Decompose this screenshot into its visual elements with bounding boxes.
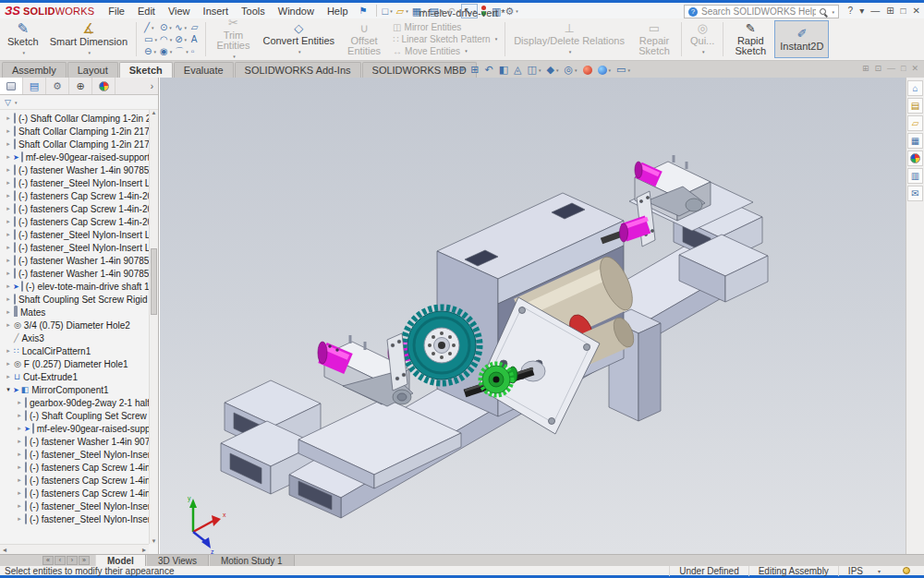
tree-item[interactable]: ▸(-) fastener Washer 1-4in 90785A029<1 (2, 163, 149, 176)
tree-item[interactable]: ▸(-) fasteners Cap Screw 1-4in-20 Thread (2, 202, 149, 215)
expander-icon[interactable]: ▸ (15, 425, 24, 432)
expander-icon[interactable]: ▸ (15, 451, 24, 458)
tree-item[interactable]: ▸➤(-) elev-tote-main-drive shaft 1-2in l (2, 280, 149, 293)
expander-icon[interactable]: ▸ (15, 476, 24, 484)
linear-sketch-pattern-button[interactable]: ∷ Linear Sketch Pattern ▾ (393, 34, 497, 44)
tab-model[interactable]: Model (95, 555, 146, 566)
tree-item[interactable]: ▸◎F (0.257) Diameter Hole1 (2, 357, 149, 370)
tree-item[interactable]: ▸Shaft Collar Clamping 1-2in 217-2737< (2, 138, 149, 151)
menu-window[interactable]: Window (272, 4, 321, 18)
tree-item[interactable]: ▸(-) fasteners Cap Screw 1-4in-20 Thread (2, 189, 149, 202)
doc-minimize-icon[interactable]: — (887, 64, 895, 73)
dynamic-assembly-icon[interactable]: ◬ (514, 64, 521, 76)
file-explorer-icon[interactable]: ▱ (907, 115, 923, 131)
tree-item[interactable]: ▸∷LocalCirPattern1 (2, 344, 149, 357)
scroll-left-icon[interactable]: ◂ (3, 546, 6, 554)
tree-item[interactable]: ▸(-) fastener_Steel Nylon-Insert Locknut (2, 228, 149, 241)
expander-icon[interactable]: ▸ (15, 412, 24, 419)
tree-item[interactable]: ▸Mates (2, 306, 149, 319)
expander-icon[interactable]: ▸ (4, 347, 13, 355)
slot-icon[interactable]: ⊖▾ (144, 45, 157, 57)
expander-icon[interactable]: ▸ (4, 192, 13, 199)
display-delete-relations-button[interactable]: ⊥ Display/Delete Relations ▾ (508, 18, 630, 60)
previous-view-icon[interactable]: ↶ (484, 64, 492, 76)
sketch-button[interactable]: ✎ Sketch ▾ (2, 18, 44, 60)
doc-restore-icon[interactable]: □ (901, 64, 906, 73)
rapid-sketch-button[interactable]: ✎ Rapid Sketch (726, 18, 774, 60)
dropdown-caret-icon[interactable]: ▾ (516, 8, 518, 14)
expander-icon[interactable]: ▾ (4, 386, 13, 393)
tree-item[interactable]: ▸◎3/4 (0.75) Diameter Hole2 (2, 319, 149, 331)
view-palette-icon[interactable]: ▦ (907, 133, 923, 149)
tree-item[interactable]: ▸(-) fasteners Cap Screw 1-4in-20 Thr (2, 487, 149, 500)
appearances-icon[interactable] (907, 151, 923, 166)
instant2d-button[interactable]: ✐ Instant2D (774, 20, 829, 58)
tab-3d-views[interactable]: 3D Views (146, 555, 209, 566)
doc-cascade-icon[interactable]: ⊡ (874, 64, 881, 73)
new-window-button[interactable]: ⊞ (886, 6, 894, 16)
tree-item[interactable]: ▸(-) fasteners Cap Screw 1-4in-20 Thr (2, 474, 149, 487)
tree-item[interactable]: ▸Shaft Coupling Set Screw Rigid 1-2in 6- (2, 293, 149, 306)
tree-item[interactable]: ▸⊔Cut-Extrude1 (2, 370, 149, 383)
expander-icon[interactable]: ▸ (4, 308, 13, 316)
text-icon[interactable]: A (191, 33, 199, 45)
hide-show-icon[interactable]: ◎▾ (564, 64, 577, 76)
tab-layout[interactable]: Layout (67, 62, 118, 78)
tree-item[interactable]: ▸(-) Shaft Collar Clamping 1-2in 217-273 (2, 112, 149, 125)
tab-sketch[interactable]: Sketch (119, 62, 173, 78)
view-settings-icon[interactable]: ▭▾ (616, 64, 630, 76)
expander-icon[interactable]: ▸ (4, 373, 13, 380)
tree-item[interactable]: ▸(-) fastener Washer 1-4in 90785A029 (2, 435, 149, 448)
ellipse-icon[interactable]: ⊘▾ (175, 33, 188, 45)
expander-icon[interactable]: ▸ (4, 244, 13, 251)
menu-file[interactable]: File (102, 4, 131, 18)
help-button[interactable]: ? (848, 6, 854, 16)
scroll-right-icon[interactable]: ▸ (142, 546, 146, 554)
display-style-icon[interactable]: ◆▾ (546, 64, 558, 76)
expander-icon[interactable]: ▸ (15, 502, 24, 510)
tree-item[interactable]: ▸(-) fastener_Steel Nylon-Insert Lockn (2, 500, 149, 512)
doc-close-icon[interactable]: ✕ (911, 64, 918, 73)
menu-edit[interactable]: Edit (131, 4, 162, 18)
filter-caret-icon[interactable]: ▾ (15, 100, 18, 105)
custom-properties-icon[interactable]: ▥ (907, 168, 923, 184)
design-library-icon[interactable]: ▤ (907, 98, 923, 114)
dropdown-caret-icon[interactable]: ▾ (390, 8, 393, 14)
expander-icon[interactable]: ▸ (15, 464, 24, 471)
scroll-down-icon[interactable]: ▼ (152, 538, 157, 544)
dropdown-caret-icon[interactable]: ▾ (406, 8, 408, 14)
convert-entities-button[interactable]: ◇ Convert Entities ▾ (257, 18, 340, 60)
units-caret-icon[interactable]: ▾ (878, 568, 881, 574)
viewport-3d-canvas[interactable]: x y z (160, 78, 906, 554)
trim-entities-button[interactable]: ✂ Trim Entities ▾ (209, 18, 257, 60)
expander-icon[interactable]: ▸ (4, 127, 13, 135)
tab-scroll-1[interactable]: ‹ (55, 556, 66, 565)
expander-icon[interactable]: ▸ (15, 399, 24, 406)
tree-item[interactable]: ▸(-) fastener_Steel Nylon-Insert Lockn (2, 448, 149, 461)
tree-item[interactable]: ▸Shaft Collar Clamping 1-2in 217-2737< (2, 125, 149, 138)
open-file-icon[interactable]: ▱▾ (395, 5, 410, 18)
expander-icon[interactable]: ▸ (15, 438, 24, 445)
tab-assembly[interactable]: Assembly (2, 62, 67, 78)
help-search-box[interactable]: ? Search SOLIDWORKS Help ▾ (684, 5, 839, 18)
edit-appearance-icon[interactable] (583, 66, 592, 75)
minimize-button[interactable]: — (870, 6, 880, 16)
expander-icon[interactable]: ▸ (4, 179, 13, 187)
tree-item[interactable]: ▸(-) fastener Washer 1-4in 90785A029<2 (2, 254, 149, 267)
tree-item[interactable]: ▾➤◧MirrorComponent1 (2, 383, 149, 396)
move-entities-button[interactable]: ↔ Move Entities ▾ (393, 46, 497, 56)
tab-scroll-3[interactable]: » (79, 556, 90, 565)
expander-icon[interactable]: ▸ (4, 257, 13, 264)
apply-scene-icon[interactable]: ▾ (598, 66, 612, 75)
graphics-viewport[interactable]: x y z (160, 78, 906, 554)
pin-icon[interactable]: ⚑ (359, 6, 368, 16)
zoom-area-icon[interactable]: ⊞ (470, 64, 479, 76)
scrollbar-thumb[interactable] (151, 248, 157, 315)
repair-sketch-button[interactable]: ▭ Repair Sketch (630, 18, 678, 60)
tree-item[interactable]: ▸(-) fasteners Cap Screw 1-4in-20 Thr (2, 461, 149, 474)
expander-icon[interactable]: ▸ (4, 153, 13, 161)
plane-icon[interactable]: ▱ (191, 21, 199, 33)
expander-icon[interactable]: ▸ (4, 283, 13, 290)
tree-item[interactable]: ▸(-) Shaft Coupling Set Screw Rigid 1 (2, 409, 149, 422)
tab-scroll-2[interactable]: › (67, 556, 78, 565)
